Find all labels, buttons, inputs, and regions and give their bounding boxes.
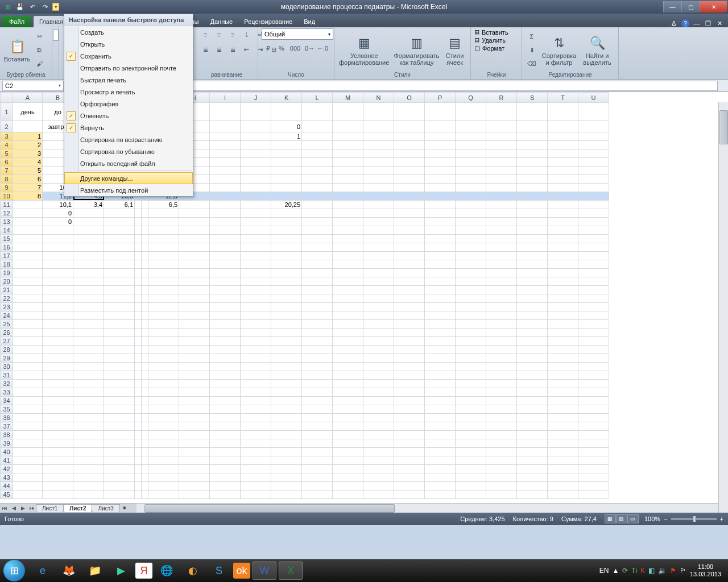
tray-icon-1[interactable]: ▲ — [612, 567, 619, 575]
tray-icon-2[interactable]: ⟳ — [622, 567, 628, 575]
sort-filter-button[interactable]: ⇅Сортировка и фильтр — [540, 33, 578, 67]
delete-button[interactable]: ⊟Удалить — [474, 36, 506, 44]
paste-button[interactable]: 📋 Вставить — [3, 36, 31, 64]
align-bot-icon[interactable]: ≡ — [226, 28, 239, 41]
taskbar-word[interactable]: W — [253, 562, 276, 580]
cell-styles-button[interactable]: ▤Стили ячеек — [442, 33, 467, 67]
sheet-tab-3[interactable]: Лист3 — [92, 504, 119, 512]
qat-item-7[interactable]: ✓Отменить — [64, 110, 193, 122]
qat-menu-title: Настройка панели быстрого доступа — [64, 14, 193, 26]
taskbar-app1[interactable]: ◐ — [181, 562, 205, 580]
taskbar-excel[interactable]: X — [279, 562, 303, 580]
inc-decimal-icon[interactable]: .0→ — [303, 42, 315, 55]
qat-item-8[interactable]: ✓Вернуть — [64, 122, 193, 134]
indent-dec-icon[interactable]: ⇤ — [240, 43, 253, 56]
format-table-button[interactable]: ▥Форматировать как таблицу — [392, 33, 440, 67]
qat-item-4[interactable]: Быстрая печать — [64, 74, 193, 86]
name-box[interactable]: C2▾ — [2, 81, 64, 91]
doc-restore-icon[interactable]: ❐ — [704, 20, 712, 27]
align-top-icon[interactable]: ≡ — [199, 28, 212, 41]
qat-item-9[interactable]: Сортировка по возрастанию — [64, 134, 193, 146]
sheet-nav-first[interactable]: ⏮ — [0, 505, 9, 511]
group-font-stub — [52, 27, 59, 79]
sheet-tab-1[interactable]: Лист1 — [36, 504, 64, 512]
qat-item-11[interactable]: Открыть последний файл — [64, 157, 193, 169]
excel-icon: ⊞ — [2, 2, 13, 12]
tab-data[interactable]: Данные — [204, 16, 238, 27]
copy-icon[interactable]: ⧉ — [33, 44, 46, 56]
tray-flag-icon[interactable]: 🏳 — [680, 567, 686, 575]
paste-label: Вставить — [4, 56, 31, 63]
sheet-nav-last[interactable]: ⏭ — [27, 505, 36, 511]
taskbar-ie[interactable]: e — [31, 562, 55, 580]
file-tab[interactable]: Файл — [2, 16, 31, 27]
percent-icon[interactable]: % — [275, 42, 288, 55]
taskbar-skype[interactable]: S — [207, 562, 231, 580]
thousands-icon[interactable]: 000 — [289, 42, 301, 55]
tab-view[interactable]: Вид — [298, 16, 321, 27]
qat-below-ribbon[interactable]: Разместить под лентой — [64, 184, 193, 196]
taskbar-chrome[interactable]: 🌐 — [155, 562, 179, 580]
qat-item-6[interactable]: Орфография — [64, 98, 193, 110]
conditional-format-button[interactable]: ▦Условное форматирование — [338, 33, 390, 67]
sheet-nav-next[interactable]: ▶ — [18, 505, 27, 511]
doc-close-icon[interactable]: ✕ — [715, 20, 723, 27]
tray-icon-6[interactable]: ⚑ — [670, 567, 676, 575]
lang-indicator[interactable]: EN — [599, 567, 609, 575]
align-center-icon[interactable]: ≣ — [213, 43, 225, 56]
qat-item-10[interactable]: Сортировка по убыванию — [64, 146, 193, 157]
cut-icon[interactable]: ✂ — [33, 30, 46, 43]
tray-clock[interactable]: 11:00 13.03.2013 — [690, 563, 725, 578]
qat-item-5[interactable]: Просмотр и печать — [64, 86, 193, 98]
qat-item-2[interactable]: ✓Сохранить — [64, 50, 193, 62]
maximize-button[interactable]: ▢ — [681, 1, 700, 13]
qat-item-0[interactable]: Создать — [64, 26, 193, 38]
horizontal-scrollbar[interactable] — [136, 503, 718, 513]
doc-minimize-icon[interactable]: — — [693, 20, 701, 27]
redo-icon[interactable]: ↷ — [40, 2, 50, 12]
align-left-icon[interactable]: ≣ — [199, 43, 212, 56]
tray-volume-icon[interactable]: 🔉 — [658, 567, 667, 575]
orientation-icon[interactable]: ⤹ — [240, 28, 253, 41]
qat-dropdown-icon[interactable]: ▾ — [52, 3, 59, 11]
zoom-control[interactable]: 100% −+ — [644, 516, 723, 522]
qat-more-commands[interactable]: Другие команды... — [64, 172, 193, 184]
save-icon[interactable]: 💾 — [15, 2, 25, 12]
align-right-icon[interactable]: ≣ — [226, 43, 239, 56]
number-format-select[interactable]: Общий▾ — [262, 28, 333, 40]
format-button[interactable]: ▢Формат — [474, 44, 504, 52]
view-buttons[interactable]: ▦▤▭ — [605, 514, 639, 523]
taskbar-explorer[interactable]: 📁 — [83, 562, 107, 580]
clear-icon[interactable]: ⌫ — [526, 57, 538, 70]
tray-icon-5[interactable]: ◧ — [648, 567, 655, 575]
currency-icon[interactable]: ₽ — [262, 42, 274, 55]
minimize-button[interactable]: — — [663, 1, 681, 13]
sheet-nav-prev[interactable]: ◀ — [9, 505, 18, 511]
start-button[interactable]: ⊞ — [3, 560, 25, 581]
close-button[interactable]: ✕ — [700, 1, 727, 13]
find-select-button[interactable]: 🔍Найти и выделить — [580, 33, 614, 67]
group-editing: Σ ⬇ ⌫ ⇅Сортировка и фильтр 🔍Найти и выде… — [522, 27, 619, 79]
sort-icon: ⇅ — [554, 34, 564, 52]
dec-decimal-icon[interactable]: ←.0 — [316, 42, 329, 55]
ribbon-up-icon[interactable]: ᐃ — [670, 20, 678, 27]
vertical-scrollbar[interactable] — [718, 102, 728, 513]
taskbar-media[interactable]: ▶ — [109, 562, 133, 580]
fill-icon[interactable]: ⬇ — [526, 44, 538, 56]
autosum-icon[interactable]: Σ — [526, 30, 538, 43]
tab-review[interactable]: Рецензирование — [238, 16, 298, 27]
tray-icon-4[interactable]: K — [640, 567, 645, 575]
align-mid-icon[interactable]: ≡ — [213, 28, 225, 41]
format-painter-icon[interactable]: 🖌 — [33, 57, 46, 70]
help-icon[interactable]: ? — [681, 19, 689, 27]
new-sheet-icon[interactable]: ✸ — [120, 505, 129, 511]
tray-icon-3[interactable]: Ti — [631, 567, 637, 575]
sheet-tab-2[interactable]: Лист2 — [63, 504, 92, 512]
qat-item-1[interactable]: Открыть — [64, 38, 193, 50]
taskbar-ok[interactable]: оk — [233, 563, 250, 579]
insert-button[interactable]: ⊞Вставить — [474, 28, 508, 36]
undo-icon[interactable]: ↶ — [27, 2, 38, 12]
qat-item-3[interactable]: Отправить по электронной почте — [64, 62, 193, 74]
taskbar-yandex[interactable]: Я — [135, 563, 152, 579]
taskbar-firefox[interactable]: 🦊 — [57, 562, 81, 580]
